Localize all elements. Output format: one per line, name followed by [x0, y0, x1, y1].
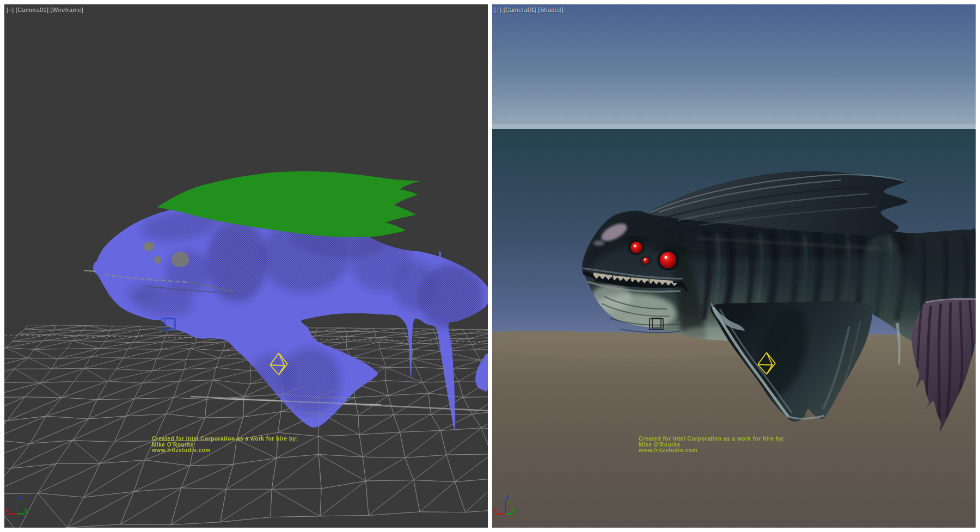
svg-text:www.fritzstudio.com: www.fritzstudio.com [638, 447, 697, 453]
svg-text:[+] [Camera01] [Wireframe]: [+] [Camera01] [Wireframe] [7, 7, 83, 13]
svg-text:x: x [5, 506, 9, 513]
svg-text:x: x [493, 506, 497, 513]
svg-text:Mike O'Rourke: Mike O'Rourke [639, 442, 681, 448]
svg-text:z: z [18, 493, 21, 500]
svg-text:www.fritzstudio.com: www.fritzstudio.com [151, 447, 211, 453]
svg-text:Mike O'Rourke: Mike O'Rourke [152, 442, 194, 448]
svg-text:[+] [Camera01] [Shaded]: [+] [Camera01] [Shaded] [494, 7, 564, 13]
svg-text:Created for Intel Corporation: Created for Intel Corporation as a work … [639, 436, 785, 442]
svg-text:y: y [512, 506, 516, 513]
svg-text:Created for Intel Corporation: Created for Intel Corporation as a work … [152, 436, 298, 442]
svg-text:y: y [24, 506, 28, 513]
svg-text:z: z [506, 493, 509, 500]
